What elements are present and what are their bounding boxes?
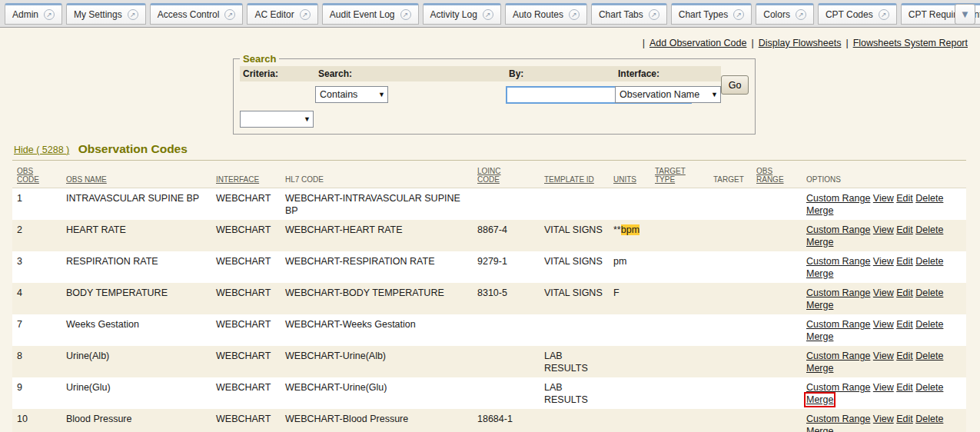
table-row: 1 INTRAVASCULAR SUPINE BP WEBCHART WEBCH… <box>12 188 966 221</box>
tab-audit-event-log[interactable]: Audit Event Log ↗ <box>322 3 419 25</box>
cell-units <box>609 346 650 377</box>
row-action-merge[interactable]: Merge <box>806 237 833 248</box>
tab-label: Auto Routes <box>513 9 563 20</box>
row-action-view[interactable]: View <box>873 224 894 235</box>
column-header-obs-name[interactable]: OBS NAME <box>61 161 211 188</box>
units-text: F <box>613 287 620 298</box>
row-action-view[interactable]: View <box>873 414 894 424</box>
row-action-custom-range[interactable]: Custom Range <box>806 319 870 330</box>
cell-target <box>709 251 752 283</box>
row-action-view[interactable]: View <box>873 256 894 267</box>
row-action-merge[interactable]: Merge <box>806 205 833 216</box>
cell-options: Custom Range View Edit Delete Merge <box>802 220 966 251</box>
header-link-add-observation-code[interactable]: Add Observation Code <box>649 38 746 48</box>
tab-chart-tabs[interactable]: Chart Tabs ↗ <box>591 3 667 25</box>
column-header-interface[interactable]: INTERFACE <box>211 161 281 188</box>
go-button[interactable]: Go <box>721 75 749 95</box>
row-action-delete[interactable]: Delete <box>915 382 943 393</box>
tab-access-control[interactable]: Access Control ↗ <box>150 3 244 25</box>
row-action-view[interactable]: View <box>873 193 894 204</box>
column-header-units[interactable]: UNITS <box>609 161 650 188</box>
row-action-custom-range[interactable]: Custom Range <box>806 414 870 424</box>
cell-obs-name: Blood Pressure <box>61 409 211 432</box>
row-action-custom-range[interactable]: Custom Range <box>806 256 870 267</box>
column-header-target-type[interactable]: TARGET TYPE <box>650 161 709 188</box>
row-action-delete[interactable]: Delete <box>915 287 943 298</box>
cell-target-type <box>650 283 709 314</box>
by-select[interactable]: Observation Name ▼ <box>615 86 721 103</box>
header-link-flowsheets-system-report[interactable]: Flowsheets System Report <box>853 38 968 48</box>
row-action-merge[interactable]: Merge <box>806 426 833 432</box>
row-action-delete[interactable]: Delete <box>915 224 943 235</box>
row-action-merge[interactable]: Merge <box>806 268 833 279</box>
row-action-custom-range[interactable]: Custom Range <box>806 351 870 361</box>
row-action-delete[interactable]: Delete <box>915 193 943 204</box>
row-action-merge[interactable]: Merge <box>806 331 833 342</box>
row-action-view[interactable]: View <box>873 319 894 330</box>
cell-obs-range <box>752 377 802 409</box>
interface-select[interactable]: ▼ <box>240 111 314 128</box>
cell-units <box>609 314 650 346</box>
row-action-edit[interactable]: Edit <box>896 193 913 204</box>
row-action-delete[interactable]: Delete <box>915 351 943 361</box>
column-header-obs-range[interactable]: OBS RANGE <box>752 161 802 188</box>
tab-overflow-down-button[interactable]: ▼ <box>955 4 975 25</box>
row-action-edit[interactable]: Edit <box>896 351 913 361</box>
link-separator: | <box>751 38 753 48</box>
cell-loinc-code: 18684-1 <box>473 409 540 432</box>
cell-hl7-code: WEBCHART-Weeks Gestation <box>281 314 473 346</box>
row-action-edit[interactable]: Edit <box>896 414 913 424</box>
row-action-view[interactable]: View <box>873 287 894 298</box>
tab-colors[interactable]: Colors ↗ <box>756 3 814 25</box>
column-header-loinc-code[interactable]: LOINC CODE <box>473 161 540 188</box>
cell-units: **bpm <box>609 220 650 251</box>
tab-ac-editor[interactable]: AC Editor ↗ <box>247 3 317 25</box>
chevron-down-icon: ▼ <box>711 91 718 98</box>
cell-interface: WEBCHART <box>211 220 281 251</box>
row-action-edit[interactable]: Edit <box>896 287 913 298</box>
row-action-edit[interactable]: Edit <box>896 319 913 330</box>
criteria-cell: Contains ▼ <box>315 81 506 103</box>
column-header-obs-code[interactable]: OBS CODE <box>12 161 61 188</box>
interface-cell: ▼ <box>240 104 315 128</box>
search-panel: Search Criteria: Search: By: Interface: … <box>233 53 756 135</box>
cell-options: Custom Range View Edit Delete Merge <box>802 409 966 432</box>
tab-cpt-codes[interactable]: CPT Codes ↗ <box>818 3 897 25</box>
row-action-merge[interactable]: Merge <box>806 363 833 374</box>
row-action-edit[interactable]: Edit <box>896 224 913 235</box>
cell-obs-code: 7 <box>12 314 61 346</box>
table-row: 7 Weeks Gestation WEBCHART WEBCHART-Week… <box>12 314 966 346</box>
cell-units <box>609 188 650 221</box>
column-header-template-id[interactable]: TEMPLATE ID <box>540 161 609 188</box>
external-link-icon: ↗ <box>649 9 659 20</box>
cell-obs-code: 3 <box>12 251 61 283</box>
row-action-edit[interactable]: Edit <box>896 382 913 393</box>
criteria-select[interactable]: Contains ▼ <box>315 86 388 103</box>
row-action-delete[interactable]: Delete <box>915 414 943 424</box>
row-action-delete[interactable]: Delete <box>915 319 943 330</box>
column-header-options: OPTIONS <box>802 161 966 188</box>
row-action-view[interactable]: View <box>873 382 894 393</box>
row-action-custom-range[interactable]: Custom Range <box>806 224 870 235</box>
row-action-custom-range[interactable]: Custom Range <box>806 287 870 298</box>
tab-admin[interactable]: Admin ↗ <box>5 3 62 25</box>
row-action-view[interactable]: View <box>873 351 894 361</box>
header-link-display-flowsheets[interactable]: Display Flowsheets <box>759 38 842 48</box>
criteria-select-value: Contains <box>320 89 357 100</box>
row-action-custom-range[interactable]: Custom Range <box>806 193 870 204</box>
row-action-merge[interactable]: Merge <box>806 394 833 405</box>
row-action-merge[interactable]: Merge <box>806 300 833 311</box>
tab-auto-routes[interactable]: Auto Routes ↗ <box>505 3 587 25</box>
tab-activity-log[interactable]: Activity Log ↗ <box>423 3 501 25</box>
hide-count-link[interactable]: Hide ( 5288 ) <box>14 145 69 155</box>
cell-template-id <box>540 188 609 221</box>
row-action-custom-range[interactable]: Custom Range <box>806 382 870 393</box>
row-action-edit[interactable]: Edit <box>896 256 913 267</box>
tab-my-settings[interactable]: My Settings ↗ <box>66 3 146 25</box>
cell-loinc-code: 8310-5 <box>473 283 540 314</box>
cell-loinc-code: 9279-1 <box>473 251 540 283</box>
external-link-icon: ↗ <box>300 9 311 20</box>
tab-chart-types[interactable]: Chart Types ↗ <box>671 3 752 25</box>
tab-label: Chart Types <box>679 9 728 20</box>
row-action-delete[interactable]: Delete <box>915 256 943 267</box>
